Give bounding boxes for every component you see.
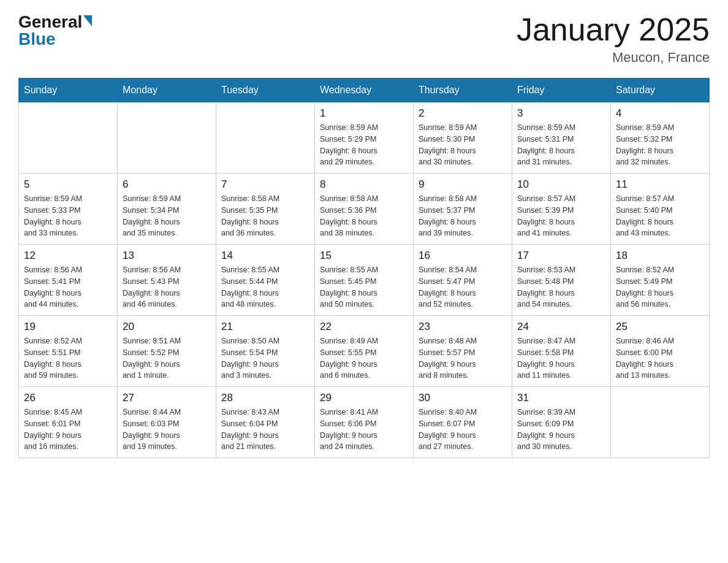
title-section: January 2025 Meucon, France (517, 12, 710, 66)
calendar-cell: 10Sunrise: 8:57 AM Sunset: 5:39 PM Dayli… (512, 174, 611, 245)
logo-blue: Blue (18, 29, 56, 49)
day-number: 27 (123, 392, 211, 404)
calendar-cell: 24Sunrise: 8:47 AM Sunset: 5:58 PM Dayli… (512, 316, 611, 387)
calendar-cell: 6Sunrise: 8:59 AM Sunset: 5:34 PM Daylig… (118, 174, 216, 245)
calendar-cell: 12Sunrise: 8:56 AM Sunset: 5:41 PM Dayli… (19, 245, 118, 316)
day-number: 22 (320, 321, 408, 333)
calendar-cell: 14Sunrise: 8:55 AM Sunset: 5:44 PM Dayli… (216, 245, 315, 316)
calendar-cell: 19Sunrise: 8:52 AM Sunset: 5:51 PM Dayli… (19, 316, 118, 387)
calendar-cell: 7Sunrise: 8:58 AM Sunset: 5:35 PM Daylig… (216, 174, 315, 245)
day-number: 25 (616, 321, 704, 333)
location-subtitle: Meucon, France (517, 50, 710, 66)
calendar-day-header: Saturday (611, 79, 710, 102)
calendar-day-header: Wednesday (315, 79, 414, 102)
day-info: Sunrise: 8:58 AM Sunset: 5:35 PM Dayligh… (221, 193, 309, 239)
day-number: 7 (221, 178, 309, 191)
calendar-cell: 30Sunrise: 8:40 AM Sunset: 6:07 PM Dayli… (414, 387, 512, 458)
day-info: Sunrise: 8:51 AM Sunset: 5:52 PM Dayligh… (123, 335, 211, 381)
day-info: Sunrise: 8:59 AM Sunset: 5:29 PM Dayligh… (320, 122, 408, 168)
calendar-week-row: 5Sunrise: 8:59 AM Sunset: 5:33 PM Daylig… (19, 174, 710, 245)
day-number: 6 (123, 178, 211, 191)
day-info: Sunrise: 8:50 AM Sunset: 5:54 PM Dayligh… (221, 335, 309, 381)
day-info: Sunrise: 8:58 AM Sunset: 5:36 PM Dayligh… (320, 193, 408, 239)
day-info: Sunrise: 8:54 AM Sunset: 5:47 PM Dayligh… (419, 264, 507, 310)
day-info: Sunrise: 8:58 AM Sunset: 5:37 PM Dayligh… (419, 193, 507, 239)
day-number: 24 (517, 321, 605, 333)
calendar-cell: 31Sunrise: 8:39 AM Sunset: 6:09 PM Dayli… (512, 387, 611, 458)
day-number: 8 (320, 178, 408, 191)
day-info: Sunrise: 8:56 AM Sunset: 5:43 PM Dayligh… (123, 264, 211, 310)
day-number: 29 (320, 392, 408, 404)
day-number: 23 (419, 321, 507, 333)
day-number: 13 (123, 250, 211, 262)
day-info: Sunrise: 8:56 AM Sunset: 5:41 PM Dayligh… (24, 264, 112, 310)
calendar-cell (611, 387, 710, 458)
calendar-header-row: SundayMondayTuesdayWednesdayThursdayFrid… (19, 79, 710, 102)
day-info: Sunrise: 8:43 AM Sunset: 6:04 PM Dayligh… (221, 407, 309, 453)
calendar-cell: 17Sunrise: 8:53 AM Sunset: 5:48 PM Dayli… (512, 245, 611, 316)
day-info: Sunrise: 8:46 AM Sunset: 6:00 PM Dayligh… (616, 335, 704, 381)
calendar-day-header: Tuesday (216, 79, 315, 102)
calendar-cell: 4Sunrise: 8:59 AM Sunset: 5:32 PM Daylig… (611, 102, 710, 174)
calendar-cell: 23Sunrise: 8:48 AM Sunset: 5:57 PM Dayli… (414, 316, 512, 387)
calendar-cell: 25Sunrise: 8:46 AM Sunset: 6:00 PM Dayli… (611, 316, 710, 387)
day-info: Sunrise: 8:57 AM Sunset: 5:39 PM Dayligh… (517, 193, 605, 239)
day-number: 16 (419, 250, 507, 262)
calendar-day-header: Thursday (414, 79, 512, 102)
day-info: Sunrise: 8:45 AM Sunset: 6:01 PM Dayligh… (24, 407, 112, 453)
day-number: 2 (419, 107, 507, 120)
calendar-cell (19, 102, 118, 174)
day-info: Sunrise: 8:41 AM Sunset: 6:06 PM Dayligh… (320, 407, 408, 453)
day-info: Sunrise: 8:57 AM Sunset: 5:40 PM Dayligh… (616, 193, 704, 239)
calendar-cell: 26Sunrise: 8:45 AM Sunset: 6:01 PM Dayli… (19, 387, 118, 458)
day-number: 11 (616, 178, 704, 191)
day-info: Sunrise: 8:53 AM Sunset: 5:48 PM Dayligh… (517, 264, 605, 310)
calendar-cell: 9Sunrise: 8:58 AM Sunset: 5:37 PM Daylig… (414, 174, 512, 245)
calendar-cell (216, 102, 315, 174)
calendar-cell: 29Sunrise: 8:41 AM Sunset: 6:06 PM Dayli… (315, 387, 414, 458)
day-number: 12 (24, 250, 112, 262)
logo-triangle-icon (83, 15, 92, 26)
calendar-day-header: Sunday (19, 79, 118, 102)
calendar-cell: 16Sunrise: 8:54 AM Sunset: 5:47 PM Dayli… (414, 245, 512, 316)
day-number: 15 (320, 250, 408, 262)
day-info: Sunrise: 8:48 AM Sunset: 5:57 PM Dayligh… (419, 335, 507, 381)
calendar-cell: 8Sunrise: 8:58 AM Sunset: 5:36 PM Daylig… (315, 174, 414, 245)
day-number: 31 (517, 392, 605, 404)
day-number: 5 (24, 178, 112, 191)
day-number: 9 (419, 178, 507, 191)
day-info: Sunrise: 8:52 AM Sunset: 5:51 PM Dayligh… (24, 335, 112, 381)
calendar-cell (118, 102, 216, 174)
calendar-cell: 11Sunrise: 8:57 AM Sunset: 5:40 PM Dayli… (611, 174, 710, 245)
calendar-day-header: Monday (118, 79, 216, 102)
day-number: 14 (221, 250, 309, 262)
day-info: Sunrise: 8:52 AM Sunset: 5:49 PM Dayligh… (616, 264, 704, 310)
calendar-table: SundayMondayTuesdayWednesdayThursdayFrid… (18, 78, 710, 458)
day-number: 17 (517, 250, 605, 262)
day-info: Sunrise: 8:55 AM Sunset: 5:45 PM Dayligh… (320, 264, 408, 310)
day-number: 26 (24, 392, 112, 404)
day-info: Sunrise: 8:59 AM Sunset: 5:33 PM Dayligh… (24, 193, 112, 239)
calendar-week-row: 26Sunrise: 8:45 AM Sunset: 6:01 PM Dayli… (19, 387, 710, 458)
calendar-day-header: Friday (512, 79, 611, 102)
calendar-cell: 18Sunrise: 8:52 AM Sunset: 5:49 PM Dayli… (611, 245, 710, 316)
logo: General Blue (18, 12, 92, 49)
day-number: 30 (419, 392, 507, 404)
calendar-cell: 5Sunrise: 8:59 AM Sunset: 5:33 PM Daylig… (19, 174, 118, 245)
day-info: Sunrise: 8:59 AM Sunset: 5:30 PM Dayligh… (419, 122, 507, 168)
day-info: Sunrise: 8:47 AM Sunset: 5:58 PM Dayligh… (517, 335, 605, 381)
calendar-cell: 13Sunrise: 8:56 AM Sunset: 5:43 PM Dayli… (118, 245, 216, 316)
calendar-cell: 27Sunrise: 8:44 AM Sunset: 6:03 PM Dayli… (118, 387, 216, 458)
calendar-cell: 1Sunrise: 8:59 AM Sunset: 5:29 PM Daylig… (315, 102, 414, 174)
day-number: 19 (24, 321, 112, 333)
day-info: Sunrise: 8:59 AM Sunset: 5:31 PM Dayligh… (517, 122, 605, 168)
calendar-week-row: 1Sunrise: 8:59 AM Sunset: 5:29 PM Daylig… (19, 102, 710, 174)
day-number: 20 (123, 321, 211, 333)
day-number: 1 (320, 107, 408, 120)
day-info: Sunrise: 8:39 AM Sunset: 6:09 PM Dayligh… (517, 407, 605, 453)
day-number: 18 (616, 250, 704, 262)
day-info: Sunrise: 8:49 AM Sunset: 5:55 PM Dayligh… (320, 335, 408, 381)
page-header: General Blue January 2025 Meucon, France (18, 12, 710, 66)
calendar-week-row: 19Sunrise: 8:52 AM Sunset: 5:51 PM Dayli… (19, 316, 710, 387)
calendar-week-row: 12Sunrise: 8:56 AM Sunset: 5:41 PM Dayli… (19, 245, 710, 316)
